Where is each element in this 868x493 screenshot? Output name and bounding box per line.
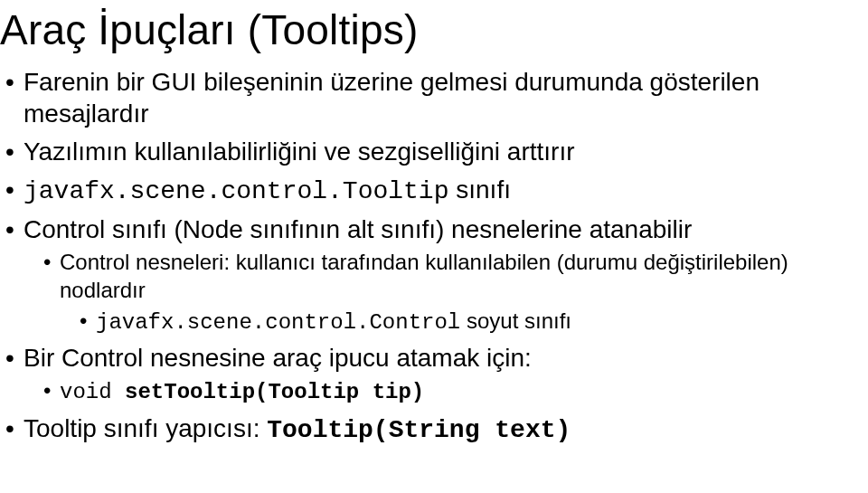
bullet-text: soyut sınıfı bbox=[460, 308, 571, 333]
bullet-text: Farenin bir GUI bileşeninin üzerine gelm… bbox=[24, 68, 760, 128]
code-text: void bbox=[60, 380, 125, 404]
bullet-subitem: void setTooltip(Tooltip tip) bbox=[43, 376, 848, 407]
bullet-item: Yazılımın kullanılabilirliğini ve sezgis… bbox=[5, 136, 848, 168]
bullet-item: javafx.scene.control.Tooltip sınıfı bbox=[5, 174, 848, 208]
bullet-text: Control nesneleri: kullanıcı tarafından … bbox=[60, 250, 788, 303]
bullet-item: Control sınıfı (Node sınıfının alt sınıf… bbox=[5, 213, 848, 337]
bullet-sublist: void setTooltip(Tooltip tip) bbox=[24, 376, 848, 407]
bullet-text: Bir Control nesnesine araç ipucu atamak … bbox=[24, 344, 532, 372]
slide-title: Araç İpuçları (Tooltips) bbox=[0, 7, 848, 53]
bullet-list: Farenin bir GUI bileşeninin üzerine gelm… bbox=[0, 66, 848, 447]
bullet-text: sınıfı bbox=[448, 175, 510, 204]
code-bold: Tooltip(String text) bbox=[267, 416, 571, 444]
bullet-item: Bir Control nesnesine araç ipucu atamak … bbox=[5, 342, 848, 407]
bullet-text: Tooltip sınıfı yapıcısı: bbox=[24, 414, 267, 442]
slide: Araç İpuçları (Tooltips) Farenin bir GUI… bbox=[0, 0, 868, 493]
bullet-sublist: javafx.scene.control.Control soyut sınıf… bbox=[60, 307, 848, 337]
code-text: javafx.scene.control.Tooltip bbox=[24, 177, 448, 205]
bullet-sublist: Control nesneleri: kullanıcı tarafından … bbox=[24, 248, 848, 337]
bullet-text: Control sınıfı (Node sınıfının alt sınıf… bbox=[24, 215, 692, 243]
bullet-text: Yazılımın kullanılabilirliğini ve sezgis… bbox=[24, 137, 574, 166]
code-text: javafx.scene.control.Control bbox=[96, 310, 460, 335]
bullet-item: Farenin bir GUI bileşeninin üzerine gelm… bbox=[5, 66, 848, 131]
code-bold: setTooltip(Tooltip tip) bbox=[125, 380, 424, 404]
bullet-subsubitem: javafx.scene.control.Control soyut sınıf… bbox=[80, 307, 848, 337]
bullet-subitem: Control nesneleri: kullanıcı tarafından … bbox=[43, 248, 848, 337]
bullet-item: Tooltip sınıfı yapıcısı: Tooltip(String … bbox=[5, 412, 848, 447]
